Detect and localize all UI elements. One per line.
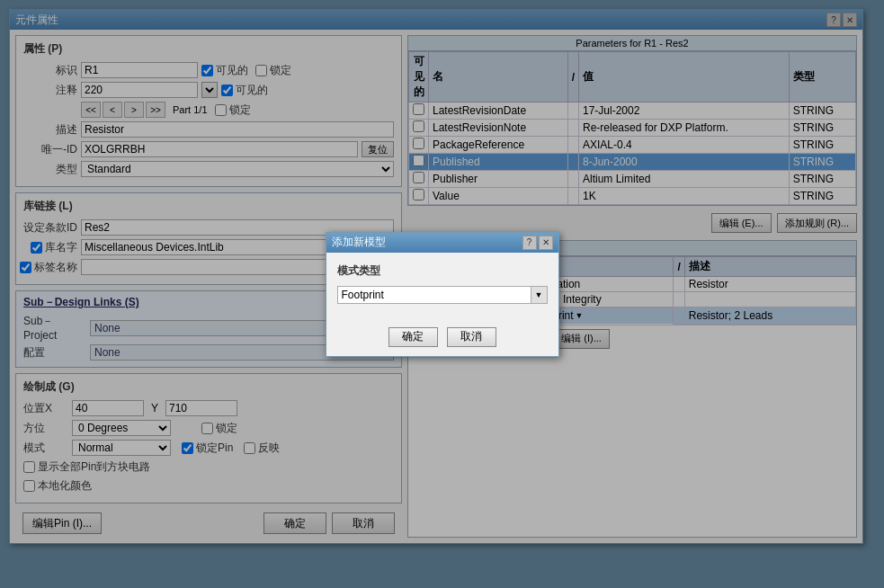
modal-type-input[interactable] <box>337 286 531 304</box>
modal-title: 添加新模型 <box>332 235 386 250</box>
modal-input-group: ▼ <box>337 286 548 304</box>
modal-titlebar: 添加新模型 ? ✕ <box>326 233 558 253</box>
modal-overlay: 添加新模型 ? ✕ 模式类型 ▼ 确定 取消 <box>0 0 884 588</box>
modal-titlebar-buttons: ? ✕ <box>522 236 553 250</box>
modal-footer: 确定 取消 <box>326 322 558 356</box>
modal-dialog: 添加新模型 ? ✕ 模式类型 ▼ 确定 取消 <box>326 232 559 357</box>
modal-body: 模式类型 ▼ <box>326 253 558 322</box>
modal-section-title: 模式类型 <box>337 263 548 279</box>
modal-type-row: ▼ <box>337 286 548 304</box>
modal-confirm-btn[interactable]: 确定 <box>388 327 438 347</box>
modal-dropdown-btn[interactable]: ▼ <box>531 286 548 304</box>
modal-close-btn[interactable]: ✕ <box>539 236 553 250</box>
modal-cancel-btn[interactable]: 取消 <box>447 327 496 347</box>
modal-help-btn[interactable]: ? <box>522 236 537 250</box>
